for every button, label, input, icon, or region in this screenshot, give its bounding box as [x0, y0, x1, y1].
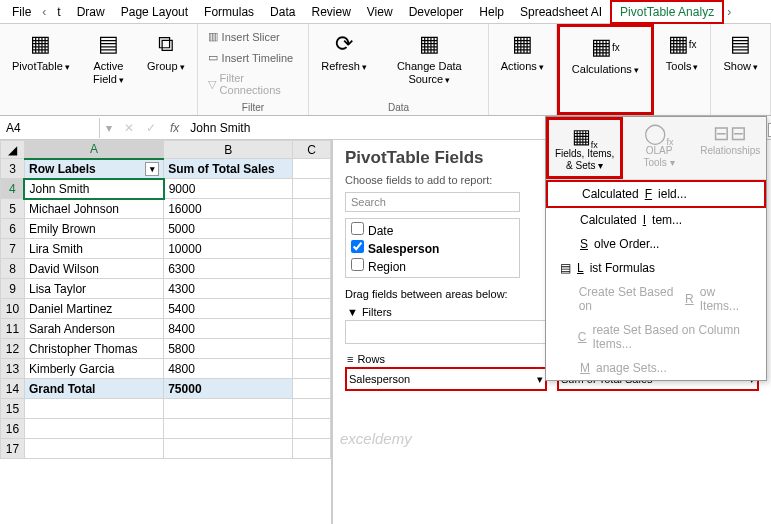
cell[interactable]: 75000	[164, 379, 293, 399]
cell[interactable]	[24, 399, 163, 419]
col-header-b[interactable]: B	[164, 141, 293, 159]
field-item[interactable]: Region	[348, 257, 517, 275]
row-header[interactable]: 12	[1, 339, 25, 359]
fields-items-sets-button[interactable]: ▦fx Fields, Items, & Sets ▾	[546, 117, 623, 179]
cell[interactable]	[293, 199, 331, 219]
cell[interactable]: 16000	[164, 199, 293, 219]
cell[interactable]	[24, 439, 163, 459]
calculations-button[interactable]: ▦fxCalculations	[566, 31, 645, 78]
chevron-right-icon[interactable]: ›	[724, 5, 734, 19]
cell[interactable]: Sum of Total Sales	[164, 159, 293, 179]
cell[interactable]: 5000	[164, 219, 293, 239]
cell[interactable]	[293, 419, 331, 439]
menu-item[interactable]: Calculated Field...	[546, 180, 766, 208]
row-header[interactable]: 5	[1, 199, 25, 219]
row-header[interactable]: 4	[1, 179, 25, 199]
tab-review[interactable]: Review	[303, 2, 358, 22]
tab-help[interactable]: Help	[471, 2, 512, 22]
tab-developer[interactable]: Developer	[401, 2, 472, 22]
row-header[interactable]: 3	[1, 159, 25, 179]
cell[interactable]	[293, 259, 331, 279]
cell[interactable]	[293, 359, 331, 379]
cell[interactable]: 8400	[164, 319, 293, 339]
tab-view[interactable]: View	[359, 2, 401, 22]
cell[interactable]: Lisa Taylor	[24, 279, 163, 299]
cell[interactable]	[293, 179, 331, 199]
insert-timeline-button[interactable]: ▭Insert Timeline	[204, 49, 298, 66]
cell[interactable]	[293, 299, 331, 319]
row-header[interactable]: 11	[1, 319, 25, 339]
row-header[interactable]: 10	[1, 299, 25, 319]
tab-file[interactable]: File	[4, 2, 39, 22]
tab-page-layout[interactable]: Page Layout	[113, 2, 196, 22]
row-header[interactable]: 6	[1, 219, 25, 239]
search-input[interactable]: Search	[345, 192, 520, 212]
menu-item[interactable]: Calculated Item...	[546, 208, 766, 232]
cell[interactable]	[164, 399, 293, 419]
rows-dropzone[interactable]: Salesperson▾	[345, 367, 547, 391]
field-item[interactable]: Salesperson	[348, 239, 517, 257]
field-checkbox[interactable]	[351, 240, 364, 253]
name-box[interactable]: A4	[0, 118, 100, 138]
cell[interactable]	[293, 319, 331, 339]
cell[interactable]: 5800	[164, 339, 293, 359]
cell[interactable]: 9000	[164, 179, 293, 199]
cell[interactable]: 4800	[164, 359, 293, 379]
cell[interactable]	[24, 419, 163, 439]
cell[interactable]: Michael Johnson	[24, 199, 163, 219]
cell[interactable]: 5400	[164, 299, 293, 319]
col-header-a[interactable]: A	[24, 141, 163, 159]
filters-dropzone[interactable]	[345, 320, 547, 344]
field-checkbox[interactable]	[351, 258, 364, 271]
row-header[interactable]: 16	[1, 419, 25, 439]
row-header[interactable]: 13	[1, 359, 25, 379]
row-header[interactable]: 17	[1, 439, 25, 459]
tools-button[interactable]: ▦fxTools	[660, 28, 705, 75]
namebox-dropdown-icon[interactable]: ▾	[100, 121, 118, 135]
row-header[interactable]: 15	[1, 399, 25, 419]
cell[interactable]: 10000	[164, 239, 293, 259]
cell[interactable]	[293, 339, 331, 359]
cell[interactable]: Christopher Thomas	[24, 339, 163, 359]
pivottable-button[interactable]: ▦PivotTable	[6, 28, 76, 75]
fx-icon[interactable]: fx	[162, 121, 187, 135]
cell[interactable]: Lira Smith	[24, 239, 163, 259]
cell[interactable]: David Wilson	[24, 259, 163, 279]
enter-icon[interactable]: ✓	[140, 121, 162, 135]
refresh-button[interactable]: ⟳Refresh	[315, 28, 373, 75]
actions-button[interactable]: ▦Actions	[495, 28, 550, 75]
tab-pivottable-analyze[interactable]: PivotTable Analyz	[610, 0, 724, 24]
insert-slicer-button[interactable]: ▥Insert Slicer	[204, 28, 284, 45]
col-header-c[interactable]: C	[293, 141, 331, 159]
row-header[interactable]: 14	[1, 379, 25, 399]
cell[interactable]	[293, 239, 331, 259]
field-item[interactable]: Date	[348, 221, 517, 239]
cell[interactable]: Emily Brown	[24, 219, 163, 239]
select-all-cell[interactable]: ◢	[1, 141, 25, 159]
cell[interactable]: Grand Total	[24, 379, 163, 399]
group-button[interactable]: ⧉Group	[141, 28, 191, 75]
chevron-down-icon[interactable]: ▾	[537, 373, 543, 386]
cancel-icon[interactable]: ✕	[118, 121, 140, 135]
cell[interactable]: Daniel Martinez	[24, 299, 163, 319]
cell[interactable]: 6300	[164, 259, 293, 279]
cell[interactable]	[293, 159, 331, 179]
change-data-source-button[interactable]: ▦Change Data Source	[377, 28, 482, 88]
chevron-left-icon[interactable]: ‹	[39, 5, 49, 19]
row-header[interactable]: 9	[1, 279, 25, 299]
tab-formulas[interactable]: Formulas	[196, 2, 262, 22]
cell[interactable]: Row Labels▾	[24, 159, 163, 179]
show-button[interactable]: ▤Show	[717, 28, 764, 75]
cell[interactable]: Sarah Anderson	[24, 319, 163, 339]
row-header[interactable]: 8	[1, 259, 25, 279]
cell[interactable]	[293, 279, 331, 299]
menu-item[interactable]: ▤List Formulas	[546, 256, 766, 280]
tab-spreadsheet-ai[interactable]: Spreadsheet AI	[512, 2, 610, 22]
cell[interactable]	[293, 439, 331, 459]
cell[interactable]	[293, 379, 331, 399]
row-header[interactable]: 7	[1, 239, 25, 259]
active-field-button[interactable]: ▤Active Field	[80, 28, 137, 88]
tab-data[interactable]: Data	[262, 2, 303, 22]
cell[interactable]	[293, 399, 331, 419]
cell[interactable]	[164, 439, 293, 459]
